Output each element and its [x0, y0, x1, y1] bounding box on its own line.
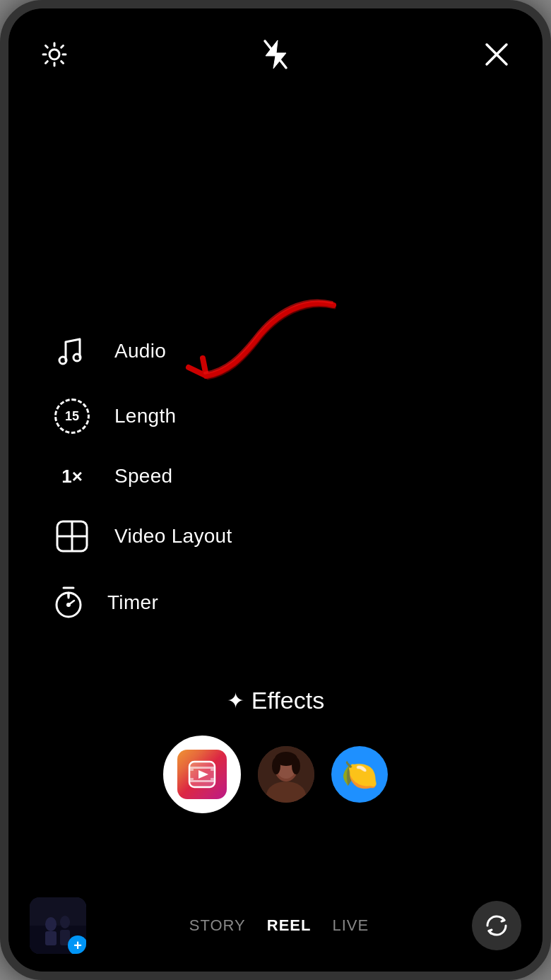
speed-label: Speed: [114, 465, 172, 488]
svg-point-5: [73, 354, 81, 361]
svg-rect-22: [211, 778, 214, 780]
svg-point-13: [66, 603, 71, 607]
reels-icon: [177, 750, 227, 799]
length-label: Length: [114, 405, 176, 427]
svg-rect-19: [190, 769, 194, 771]
top-bar: [8, 8, 543, 79]
flip-camera-button[interactable]: [472, 901, 521, 950]
video-layout-icon: [51, 519, 93, 554]
length-icon: 15: [51, 399, 93, 434]
effects-label: Effects: [251, 687, 324, 714]
svg-point-32: [45, 917, 57, 931]
svg-rect-20: [211, 769, 214, 771]
flash-button[interactable]: [258, 37, 293, 72]
effects-row[interactable]: ✦ Effects: [227, 687, 324, 714]
svg-point-28: [272, 757, 280, 774]
close-button[interactable]: [479, 37, 514, 72]
bottom-bar: + STORY REEL LIVE: [8, 880, 543, 972]
effects-icons-row: 🍋: [163, 736, 388, 813]
speed-icon: 1×: [51, 466, 93, 488]
mode-tabs: STORY REEL LIVE: [189, 916, 369, 935]
settings-button[interactable]: [37, 37, 72, 72]
video-layout-menu-item[interactable]: Video Layout: [51, 503, 500, 569]
timer-label: Timer: [107, 591, 158, 614]
svg-rect-18: [189, 780, 215, 782]
avatar-person[interactable]: [258, 746, 314, 803]
audio-icon: [51, 335, 93, 367]
length-value: 15: [54, 399, 90, 434]
effects-section: ✦ Effects: [8, 687, 543, 813]
audio-menu-item[interactable]: Audio: [51, 319, 500, 383]
svg-point-0: [49, 49, 59, 59]
svg-point-33: [60, 916, 70, 928]
timer-menu-item[interactable]: Timer: [51, 569, 500, 636]
phone-frame: Audio 15 Length 1× Speed: [0, 0, 551, 980]
speed-menu-item[interactable]: 1× Speed: [51, 449, 500, 503]
video-layout-label: Video Layout: [114, 525, 232, 548]
tab-reel[interactable]: REEL: [267, 916, 312, 935]
svg-rect-17: [189, 767, 215, 769]
avatar-person-image: [258, 746, 314, 803]
capture-button[interactable]: [163, 736, 241, 813]
menu-section: Audio 15 Length 1× Speed: [51, 319, 500, 636]
audio-label: Audio: [114, 340, 166, 362]
avatar-emoji[interactable]: 🍋: [331, 746, 388, 803]
svg-rect-34: [45, 931, 57, 945]
svg-point-4: [59, 357, 66, 364]
avatar-emoji-image: 🍋: [331, 746, 388, 803]
sparkle-icon: ✦: [227, 688, 244, 713]
svg-rect-21: [190, 778, 194, 780]
phone-screen: Audio 15 Length 1× Speed: [8, 8, 543, 972]
tab-live[interactable]: LIVE: [332, 916, 369, 935]
length-menu-item[interactable]: 15 Length: [51, 383, 500, 449]
speed-value: 1×: [61, 466, 83, 488]
gallery-thumbnail[interactable]: +: [30, 897, 86, 954]
tab-story[interactable]: STORY: [189, 916, 246, 935]
timer-icon: [51, 585, 86, 620]
svg-point-29: [292, 757, 300, 774]
gallery-plus-button[interactable]: +: [68, 935, 86, 954]
capture-button-inner: [170, 743, 234, 806]
